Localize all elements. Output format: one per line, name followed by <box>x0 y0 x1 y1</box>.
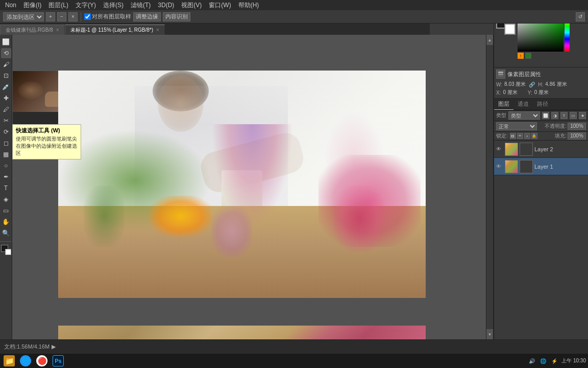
layer-2-thumbnail <box>505 143 518 156</box>
tools-panel: ↖ ⬜ ⟲ 🖌 ⊡ 💉 ✚ 🖊 ✂ ⟳ ◻ ▦ ○ ✒ T ◈ ▭ ✋ 🔍 <box>0 24 12 354</box>
xy-row: X: 0 厘米 Y: 0 厘米 <box>496 89 586 96</box>
scroll-up-btn[interactable]: ▲ <box>486 35 493 45</box>
paths-tab[interactable]: 路径 <box>533 99 552 110</box>
tool-eyedropper[interactable]: 💉 <box>1 82 11 92</box>
layers-tab[interactable]: 图层 <box>494 99 513 110</box>
gamut-warning-icon[interactable]: ! <box>518 53 524 59</box>
filter-pixel-icon[interactable]: ⬜ <box>542 112 549 119</box>
tab-0[interactable]: 金钱健康刊品.RGB/8 × <box>0 25 65 35</box>
properties-section: 像素图层属性 W: 8.03 厘米 🔗 H: 4.86 厘米 X: 0 厘米 Y… <box>494 67 588 99</box>
lock-draw-btn[interactable]: ✏ <box>517 133 523 139</box>
menu-item-help[interactable]: 帮助(H) <box>235 0 262 11</box>
layer-1-visibility[interactable]: 👁 <box>496 164 503 169</box>
taskbar-folder[interactable]: 📁 <box>2 355 16 367</box>
blend-mode-select[interactable]: 正常 溶解 正片叠底 <box>496 122 537 130</box>
tray-speaker-icon[interactable]: 🔊 <box>528 357 536 365</box>
lock-position-btn[interactable]: + <box>524 133 530 139</box>
lock-fill-row: 锁定: 🖼 ✏ + 🔒 填充: 100% <box>494 132 588 141</box>
filter-type-select[interactable]: 类型 <box>508 111 540 120</box>
lock-all-btn[interactable]: 🔒 <box>531 133 537 139</box>
vertical-scrollbar[interactable]: ▲ ▼ <box>486 35 494 339</box>
tool-marquee[interactable]: ⬜ <box>1 37 11 47</box>
wh-row: W: 8.03 厘米 🔗 H: 4.86 厘米 <box>496 81 586 88</box>
toolbar-rotate-icon[interactable]: ↺ <box>576 12 585 21</box>
toolbar-sample-all-layers[interactable]: 对所有图层取样 <box>84 13 131 20</box>
tool-crop[interactable]: ⊡ <box>1 71 11 81</box>
lock-image-btn[interactable]: 🖼 <box>510 133 516 139</box>
layer-row-2[interactable]: 👁 Layer 2 <box>494 141 588 158</box>
toolbar-content-btn[interactable]: 内容识别 <box>163 12 190 21</box>
filter-adjust-icon[interactable]: ◑ <box>551 112 558 119</box>
filter-text-icon[interactable]: T <box>560 112 568 119</box>
chrome-icon: 🔴 <box>36 355 47 366</box>
toolbar-icon-sub[interactable]: − <box>57 12 66 21</box>
tool-gradient[interactable]: ▦ <box>1 149 11 159</box>
tab-1-close[interactable]: × <box>156 27 159 33</box>
tool-pen[interactable]: ✒ <box>1 172 11 182</box>
layer-icon <box>498 71 504 77</box>
tool-shape[interactable]: ▭ <box>1 205 11 216</box>
status-left: 文档:1.56M/4.16M ▶ <box>4 343 584 351</box>
browser-icon: 🌐 <box>20 355 31 366</box>
layer-1-thumbnail <box>505 160 518 173</box>
tray-network-icon[interactable]: 🌐 <box>539 357 547 365</box>
status-arrow[interactable]: ▶ <box>52 343 56 350</box>
y-label: Y: <box>528 90 532 96</box>
chain-icon[interactable]: 🔗 <box>529 82 535 87</box>
fill-value[interactable]: 100% <box>568 132 586 140</box>
menu-item-window[interactable]: 窗口(W) <box>206 0 234 11</box>
bg-color-swatch[interactable] <box>5 249 11 255</box>
x-value: 0 厘米 <box>503 89 517 96</box>
taskbar-browser[interactable]: 🌐 <box>18 355 33 367</box>
menu-item-layer[interactable]: 图层(L) <box>45 0 71 11</box>
tool-text[interactable]: T <box>1 183 11 193</box>
tool-lasso[interactable]: ⟲ <box>1 48 11 58</box>
tool-brush[interactable]: 🖊 <box>1 104 11 114</box>
filter-smart-icon[interactable]: ★ <box>579 112 586 119</box>
taskbar-ps[interactable]: Ps <box>51 355 65 367</box>
svg-rect-1 <box>498 74 503 75</box>
menu-item-image[interactable]: 图像(I) <box>20 0 44 11</box>
flower-yellow <box>150 196 211 237</box>
layer-row-1[interactable]: 👁 Layer 1 <box>494 158 588 175</box>
filter-shape-icon[interactable]: ▭ <box>570 112 577 119</box>
layer-2-mask-thumbnail <box>520 143 533 156</box>
opacity-value[interactable]: 100% <box>568 123 586 130</box>
properties-title: 像素图层属性 <box>507 71 541 78</box>
channels-tab[interactable]: 通道 <box>513 99 533 110</box>
toolbar-refine-btn[interactable]: 调整边缘 <box>133 12 161 21</box>
photo-canvas[interactable] <box>58 71 426 298</box>
tool-clone[interactable]: ✂ <box>1 116 11 126</box>
tool-zoom[interactable]: 🔍 <box>1 228 11 238</box>
tab-0-close[interactable]: × <box>56 27 59 33</box>
toolbar-icon-add[interactable]: + <box>46 12 55 21</box>
layer-blend-opacity-row: 正常 溶解 正片叠底 不透明度: 100% <box>494 121 588 132</box>
tray-power-icon[interactable]: ⚡ <box>550 357 558 365</box>
tool-path-select[interactable]: ◈ <box>1 194 11 204</box>
gamut-color-swatch[interactable] <box>525 53 531 59</box>
menu-item-3d[interactable]: 3D(D) <box>155 1 177 10</box>
tool-heal[interactable]: ✚ <box>1 93 11 103</box>
tab-1[interactable]: 未标题-1 @ 115% (Layer 1, RGB/8*) × <box>65 25 165 35</box>
taskbar-chrome[interactable]: 🔴 <box>35 355 49 367</box>
h-value: 4.86 厘米 <box>545 81 567 88</box>
layer-2-visibility[interactable]: 👁 <box>496 146 503 152</box>
tool-eraser[interactable]: ◻ <box>1 138 11 148</box>
tool-hand[interactable]: ✋ <box>1 217 11 227</box>
menu-item-select[interactable]: 选择(S) <box>100 0 127 11</box>
tool-quick-select[interactable]: 🖌 <box>1 59 11 70</box>
toolbar-select-mode[interactable]: 新建选区 添加到选区 从选区中减去 <box>3 12 44 21</box>
menu-item-type[interactable]: 文字(Y) <box>72 0 99 11</box>
bg-color-box[interactable] <box>504 24 516 35</box>
menu-item-view[interactable]: 视图(V) <box>178 0 205 11</box>
layer-1-thumb-img <box>505 160 518 173</box>
canvas-area[interactable]: 快速选择工具 (W) 使用可调节的圆形笔刷笔尖在图像中的边缘附近创建选区 <box>12 35 494 354</box>
tool-dodge[interactable]: ○ <box>1 160 11 171</box>
scroll-down-btn[interactable]: ▼ <box>486 329 493 339</box>
menu-item-filter[interactable]: 滤镜(T) <box>128 0 154 11</box>
toolbar-icon-intersect[interactable]: × <box>68 12 78 21</box>
toolbar-checkbox-sample-all[interactable] <box>84 13 91 20</box>
tool-history[interactable]: ⟳ <box>1 127 11 137</box>
menu-item-file[interactable]: Non <box>2 1 19 10</box>
svg-rect-0 <box>498 72 503 73</box>
